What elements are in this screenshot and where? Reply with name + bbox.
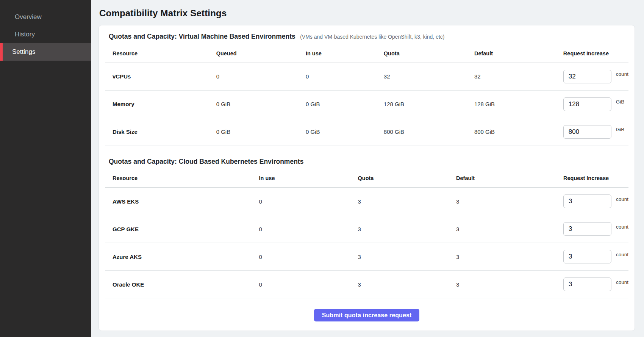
unit-label: count	[616, 71, 628, 77]
table-row: Disk Size0 GiB0 GiB800 GiB800 GiBGiB	[105, 118, 628, 146]
resource-name: Memory	[105, 90, 209, 118]
unit-label: GiB	[616, 99, 625, 105]
value-cell: 3	[350, 243, 449, 271]
column-header-request-increase: Request Increase	[556, 169, 628, 188]
value-cell: 0	[252, 271, 350, 298]
sidebar-item-history[interactable]: History	[0, 26, 91, 43]
column-header-default: Default	[449, 169, 556, 188]
vm-quota-table: ResourceQueuedIn useQuotaDefaultRequest …	[105, 44, 628, 146]
request-increase-input[interactable]	[563, 222, 611, 236]
column-header-default: Default	[467, 44, 556, 63]
resource-name: GCP GKE	[105, 215, 252, 243]
table-row: AWS EKS033count	[105, 188, 628, 215]
card-footer: Submit quota increase request	[105, 298, 628, 321]
value-cell: 3	[449, 215, 556, 243]
quota-settings-card: Quotas and Capacity: Virtual Machine Bas…	[98, 25, 635, 331]
column-header-request-increase: Request Increase	[556, 44, 628, 63]
app-root: Overview History Settings Compatibility …	[0, 0, 644, 337]
value-cell: 32	[467, 63, 556, 90]
table-row: Memory0 GiB0 GiB128 GiB128 GiBGiB	[105, 90, 628, 118]
submit-quota-increase-button[interactable]: Submit quota increase request	[314, 309, 420, 321]
unit-label: count	[616, 196, 628, 202]
sidebar-item-overview[interactable]: Overview	[0, 8, 91, 26]
value-cell: 0	[298, 63, 376, 90]
column-header-in-use: In use	[252, 169, 350, 188]
table-header-row: ResourceIn useQuotaDefaultRequest Increa…	[105, 169, 628, 188]
column-header-quota: Quota	[376, 44, 467, 63]
column-header-resource: Resource	[105, 44, 209, 63]
request-increase-input[interactable]	[563, 250, 611, 263]
cloud-k8s-quota-table: ResourceIn useQuotaDefaultRequest Increa…	[105, 169, 628, 299]
value-cell: 128 GiB	[376, 90, 467, 118]
value-cell: 800 GiB	[376, 118, 467, 146]
table-row: Oracle OKE033count	[105, 271, 628, 298]
value-cell: 0 GiB	[298, 90, 376, 118]
request-increase-cell: count	[556, 63, 628, 90]
table-row: GCP GKE033count	[105, 215, 628, 243]
value-cell: 0	[209, 63, 298, 90]
sidebar: Overview History Settings	[0, 0, 91, 337]
value-cell: 0 GiB	[209, 90, 298, 118]
value-cell: 0	[252, 215, 350, 243]
table-header-row: ResourceQueuedIn useQuotaDefaultRequest …	[105, 44, 628, 63]
resource-name: AWS EKS	[105, 188, 252, 215]
request-increase-input[interactable]	[563, 125, 611, 139]
value-cell: 0	[252, 243, 350, 271]
value-cell: 0	[252, 188, 350, 215]
request-increase-input[interactable]	[563, 277, 611, 291]
value-cell: 3	[449, 271, 556, 298]
column-header-in-use: In use	[298, 44, 376, 63]
value-cell: 3	[350, 215, 449, 243]
request-increase-input[interactable]	[563, 97, 611, 111]
section-subtitle-vm: (VMs and VM-based Kubernetes like OpenSh…	[300, 34, 444, 40]
value-cell: 0 GiB	[298, 118, 376, 146]
sidebar-item-settings[interactable]: Settings	[0, 43, 91, 61]
unit-label: count	[616, 279, 628, 285]
table-row: vCPUs003232count	[105, 63, 628, 90]
value-cell: 32	[376, 63, 467, 90]
column-header-quota: Quota	[350, 169, 449, 188]
value-cell: 800 GiB	[467, 118, 556, 146]
request-increase-cell: GiB	[556, 90, 628, 118]
value-cell: 0 GiB	[209, 118, 298, 146]
unit-label: GiB	[616, 127, 625, 132]
value-cell: 3	[449, 188, 556, 215]
value-cell: 3	[350, 188, 449, 215]
table-row: Azure AKS033count	[105, 243, 628, 271]
value-cell: 3	[350, 271, 449, 298]
value-cell: 3	[449, 243, 556, 271]
section-cloud-k8s-header: Quotas and Capacity: Cloud Based Kuberne…	[109, 157, 628, 166]
request-increase-input[interactable]	[563, 70, 611, 83]
unit-label: count	[616, 252, 628, 257]
column-header-resource: Resource	[105, 169, 252, 188]
request-increase-cell: count	[556, 271, 628, 298]
resource-name: Azure AKS	[105, 243, 252, 271]
column-header-queued: Queued	[209, 44, 298, 63]
main-content: Compatibility Matrix Settings Quotas and…	[91, 0, 644, 337]
request-increase-input[interactable]	[563, 194, 611, 208]
resource-name: vCPUs	[105, 63, 209, 90]
request-increase-cell: count	[556, 188, 628, 215]
request-increase-cell: GiB	[556, 118, 628, 146]
unit-label: count	[616, 224, 628, 230]
section-vm-environments-header: Quotas and Capacity: Virtual Machine Bas…	[109, 31, 628, 41]
page-title: Compatibility Matrix Settings	[99, 8, 635, 19]
section-title-vm: Quotas and Capacity: Virtual Machine Bas…	[109, 33, 295, 40]
resource-name: Disk Size	[105, 118, 209, 146]
request-increase-cell: count	[556, 215, 628, 243]
request-increase-cell: count	[556, 243, 628, 271]
section-title-cloud-k8s: Quotas and Capacity: Cloud Based Kuberne…	[109, 158, 303, 165]
value-cell: 128 GiB	[467, 90, 556, 118]
resource-name: Oracle OKE	[105, 271, 252, 298]
